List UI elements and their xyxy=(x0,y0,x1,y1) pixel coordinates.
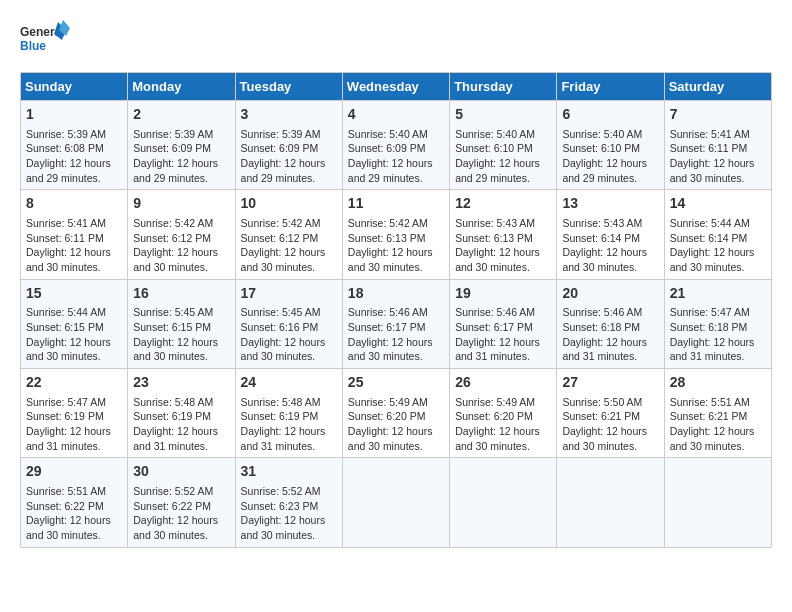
day-info: Sunrise: 5:43 AMSunset: 6:13 PMDaylight:… xyxy=(455,216,551,275)
calendar-cell xyxy=(450,458,557,547)
day-info: Sunrise: 5:46 AMSunset: 6:17 PMDaylight:… xyxy=(455,305,551,364)
day-number: 2 xyxy=(133,105,229,125)
day-info: Sunrise: 5:45 AMSunset: 6:16 PMDaylight:… xyxy=(241,305,337,364)
day-number: 11 xyxy=(348,194,444,214)
day-info: Sunrise: 5:48 AMSunset: 6:19 PMDaylight:… xyxy=(241,395,337,454)
day-info: Sunrise: 5:50 AMSunset: 6:21 PMDaylight:… xyxy=(562,395,658,454)
day-info: Sunrise: 5:47 AMSunset: 6:19 PMDaylight:… xyxy=(26,395,122,454)
calendar-cell: 18Sunrise: 5:46 AMSunset: 6:17 PMDayligh… xyxy=(342,279,449,368)
calendar-cell: 2Sunrise: 5:39 AMSunset: 6:09 PMDaylight… xyxy=(128,101,235,190)
calendar-week-row: 29Sunrise: 5:51 AMSunset: 6:22 PMDayligh… xyxy=(21,458,772,547)
day-number: 14 xyxy=(670,194,766,214)
day-info: Sunrise: 5:52 AMSunset: 6:22 PMDaylight:… xyxy=(133,484,229,543)
svg-text:Blue: Blue xyxy=(20,39,46,53)
day-number: 3 xyxy=(241,105,337,125)
day-info: Sunrise: 5:51 AMSunset: 6:22 PMDaylight:… xyxy=(26,484,122,543)
header: General Blue xyxy=(20,20,772,64)
calendar-cell: 28Sunrise: 5:51 AMSunset: 6:21 PMDayligh… xyxy=(664,369,771,458)
day-number: 15 xyxy=(26,284,122,304)
calendar-header-wednesday: Wednesday xyxy=(342,73,449,101)
day-info: Sunrise: 5:43 AMSunset: 6:14 PMDaylight:… xyxy=(562,216,658,275)
calendar-body: 1Sunrise: 5:39 AMSunset: 6:08 PMDaylight… xyxy=(21,101,772,548)
day-info: Sunrise: 5:44 AMSunset: 6:14 PMDaylight:… xyxy=(670,216,766,275)
day-number: 6 xyxy=(562,105,658,125)
calendar-cell xyxy=(664,458,771,547)
day-number: 22 xyxy=(26,373,122,393)
calendar-cell: 17Sunrise: 5:45 AMSunset: 6:16 PMDayligh… xyxy=(235,279,342,368)
day-info: Sunrise: 5:39 AMSunset: 6:09 PMDaylight:… xyxy=(133,127,229,186)
day-number: 23 xyxy=(133,373,229,393)
calendar-header-friday: Friday xyxy=(557,73,664,101)
day-number: 8 xyxy=(26,194,122,214)
calendar-cell xyxy=(342,458,449,547)
day-number: 4 xyxy=(348,105,444,125)
calendar-cell: 29Sunrise: 5:51 AMSunset: 6:22 PMDayligh… xyxy=(21,458,128,547)
calendar-cell: 3Sunrise: 5:39 AMSunset: 6:09 PMDaylight… xyxy=(235,101,342,190)
calendar-cell: 24Sunrise: 5:48 AMSunset: 6:19 PMDayligh… xyxy=(235,369,342,458)
day-info: Sunrise: 5:47 AMSunset: 6:18 PMDaylight:… xyxy=(670,305,766,364)
day-number: 9 xyxy=(133,194,229,214)
calendar-cell: 15Sunrise: 5:44 AMSunset: 6:15 PMDayligh… xyxy=(21,279,128,368)
calendar-header-row: SundayMondayTuesdayWednesdayThursdayFrid… xyxy=(21,73,772,101)
calendar: SundayMondayTuesdayWednesdayThursdayFrid… xyxy=(20,72,772,548)
day-info: Sunrise: 5:46 AMSunset: 6:17 PMDaylight:… xyxy=(348,305,444,364)
calendar-cell xyxy=(557,458,664,547)
calendar-cell: 21Sunrise: 5:47 AMSunset: 6:18 PMDayligh… xyxy=(664,279,771,368)
calendar-cell: 31Sunrise: 5:52 AMSunset: 6:23 PMDayligh… xyxy=(235,458,342,547)
day-number: 10 xyxy=(241,194,337,214)
day-info: Sunrise: 5:41 AMSunset: 6:11 PMDaylight:… xyxy=(26,216,122,275)
logo: General Blue xyxy=(20,20,70,64)
calendar-cell: 22Sunrise: 5:47 AMSunset: 6:19 PMDayligh… xyxy=(21,369,128,458)
day-number: 18 xyxy=(348,284,444,304)
calendar-header-saturday: Saturday xyxy=(664,73,771,101)
day-number: 27 xyxy=(562,373,658,393)
calendar-cell: 9Sunrise: 5:42 AMSunset: 6:12 PMDaylight… xyxy=(128,190,235,279)
day-info: Sunrise: 5:42 AMSunset: 6:12 PMDaylight:… xyxy=(133,216,229,275)
day-info: Sunrise: 5:41 AMSunset: 6:11 PMDaylight:… xyxy=(670,127,766,186)
day-info: Sunrise: 5:48 AMSunset: 6:19 PMDaylight:… xyxy=(133,395,229,454)
day-number: 16 xyxy=(133,284,229,304)
day-number: 7 xyxy=(670,105,766,125)
calendar-week-row: 15Sunrise: 5:44 AMSunset: 6:15 PMDayligh… xyxy=(21,279,772,368)
calendar-cell: 12Sunrise: 5:43 AMSunset: 6:13 PMDayligh… xyxy=(450,190,557,279)
calendar-cell: 8Sunrise: 5:41 AMSunset: 6:11 PMDaylight… xyxy=(21,190,128,279)
day-number: 5 xyxy=(455,105,551,125)
calendar-cell: 14Sunrise: 5:44 AMSunset: 6:14 PMDayligh… xyxy=(664,190,771,279)
day-number: 21 xyxy=(670,284,766,304)
day-number: 17 xyxy=(241,284,337,304)
day-number: 19 xyxy=(455,284,551,304)
day-number: 20 xyxy=(562,284,658,304)
calendar-header-tuesday: Tuesday xyxy=(235,73,342,101)
day-info: Sunrise: 5:52 AMSunset: 6:23 PMDaylight:… xyxy=(241,484,337,543)
day-info: Sunrise: 5:51 AMSunset: 6:21 PMDaylight:… xyxy=(670,395,766,454)
calendar-week-row: 1Sunrise: 5:39 AMSunset: 6:08 PMDaylight… xyxy=(21,101,772,190)
calendar-cell: 23Sunrise: 5:48 AMSunset: 6:19 PMDayligh… xyxy=(128,369,235,458)
calendar-header-monday: Monday xyxy=(128,73,235,101)
calendar-cell: 20Sunrise: 5:46 AMSunset: 6:18 PMDayligh… xyxy=(557,279,664,368)
day-info: Sunrise: 5:42 AMSunset: 6:13 PMDaylight:… xyxy=(348,216,444,275)
day-number: 31 xyxy=(241,462,337,482)
day-number: 1 xyxy=(26,105,122,125)
day-info: Sunrise: 5:39 AMSunset: 6:09 PMDaylight:… xyxy=(241,127,337,186)
day-info: Sunrise: 5:45 AMSunset: 6:15 PMDaylight:… xyxy=(133,305,229,364)
day-number: 13 xyxy=(562,194,658,214)
day-number: 25 xyxy=(348,373,444,393)
day-number: 28 xyxy=(670,373,766,393)
day-number: 30 xyxy=(133,462,229,482)
day-info: Sunrise: 5:46 AMSunset: 6:18 PMDaylight:… xyxy=(562,305,658,364)
calendar-cell: 26Sunrise: 5:49 AMSunset: 6:20 PMDayligh… xyxy=(450,369,557,458)
calendar-week-row: 22Sunrise: 5:47 AMSunset: 6:19 PMDayligh… xyxy=(21,369,772,458)
calendar-cell: 1Sunrise: 5:39 AMSunset: 6:08 PMDaylight… xyxy=(21,101,128,190)
calendar-week-row: 8Sunrise: 5:41 AMSunset: 6:11 PMDaylight… xyxy=(21,190,772,279)
day-number: 26 xyxy=(455,373,551,393)
day-info: Sunrise: 5:39 AMSunset: 6:08 PMDaylight:… xyxy=(26,127,122,186)
day-info: Sunrise: 5:44 AMSunset: 6:15 PMDaylight:… xyxy=(26,305,122,364)
calendar-cell: 30Sunrise: 5:52 AMSunset: 6:22 PMDayligh… xyxy=(128,458,235,547)
calendar-cell: 11Sunrise: 5:42 AMSunset: 6:13 PMDayligh… xyxy=(342,190,449,279)
calendar-cell: 10Sunrise: 5:42 AMSunset: 6:12 PMDayligh… xyxy=(235,190,342,279)
calendar-cell: 27Sunrise: 5:50 AMSunset: 6:21 PMDayligh… xyxy=(557,369,664,458)
day-number: 12 xyxy=(455,194,551,214)
day-info: Sunrise: 5:42 AMSunset: 6:12 PMDaylight:… xyxy=(241,216,337,275)
day-number: 24 xyxy=(241,373,337,393)
calendar-cell: 25Sunrise: 5:49 AMSunset: 6:20 PMDayligh… xyxy=(342,369,449,458)
